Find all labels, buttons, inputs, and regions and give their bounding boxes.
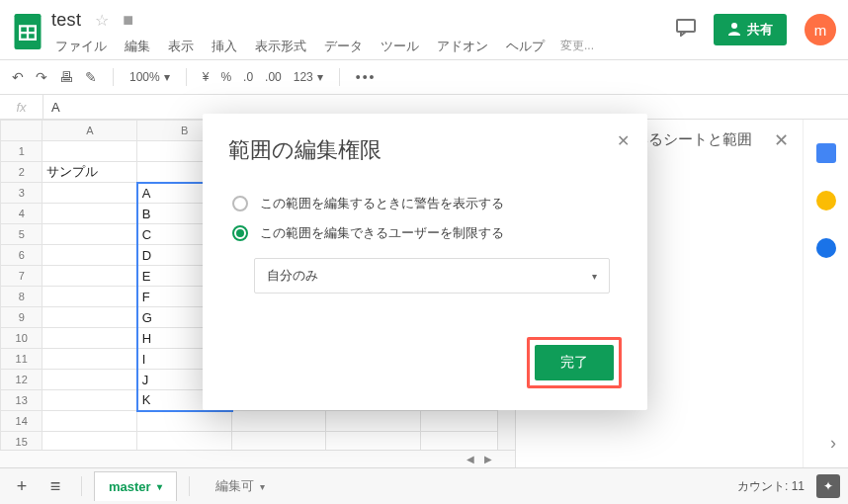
- radio-icon: [232, 196, 248, 211]
- dialog-close-icon[interactable]: ✕: [617, 131, 630, 150]
- radio-checked-icon: [232, 225, 248, 241]
- option-show-warning[interactable]: この範囲を編集するときに警告を表示する: [228, 189, 622, 218]
- done-button[interactable]: 完了: [535, 345, 614, 380]
- option-restrict-users[interactable]: この範囲を編集できるユーザーを制限する: [228, 218, 622, 248]
- modal-overlay: ✕ 範囲の編集権限 この範囲を編集するときに警告を表示する この範囲を編集できる…: [0, 0, 848, 504]
- range-permissions-dialog: ✕ 範囲の編集権限 この範囲を編集するときに警告を表示する この範囲を編集できる…: [203, 114, 647, 410]
- option-label: この範囲を編集できるユーザーを制限する: [260, 224, 504, 242]
- chevron-down-icon: ▾: [592, 271, 597, 282]
- select-value: 自分のみ: [267, 267, 318, 285]
- option-label: この範囲を編集するときに警告を表示する: [260, 195, 504, 212]
- dialog-title: 範囲の編集権限: [228, 135, 622, 165]
- restrict-users-select[interactable]: 自分のみ ▾: [254, 258, 610, 294]
- done-highlight: 完了: [527, 337, 622, 388]
